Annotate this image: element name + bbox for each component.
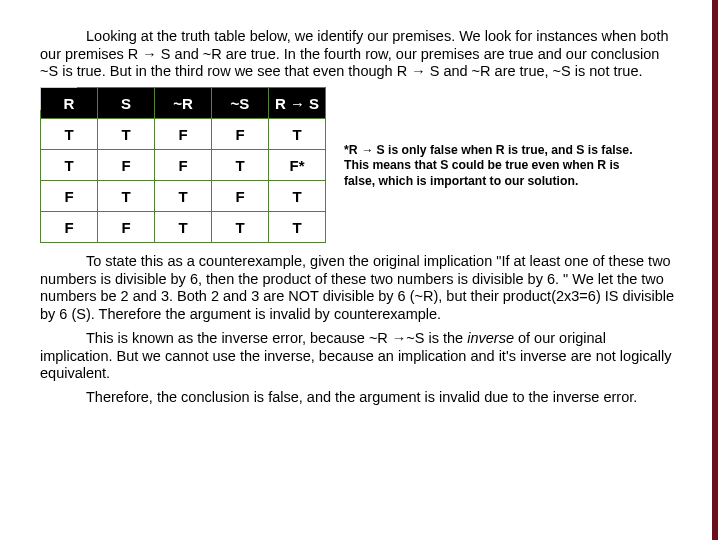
cell: T — [269, 212, 326, 243]
cell: F — [155, 119, 212, 150]
th-S: S — [98, 88, 155, 119]
text: Therefore, the conclusion is false, and … — [86, 389, 637, 405]
side-note: *R → S is only false when R is true, and… — [344, 143, 644, 189]
cell: F — [212, 119, 269, 150]
cell: T — [212, 150, 269, 181]
table-row: T T F F T — [41, 119, 326, 150]
text-italic: inverse — [467, 330, 514, 346]
cell: T — [155, 181, 212, 212]
table-and-note: R S ~R ~S R → S T T F F T T F F T F* F — [40, 87, 680, 243]
th-RimpS: R → S — [269, 88, 326, 119]
cell: T — [212, 212, 269, 243]
text: Looking at the truth table below, we ide… — [40, 28, 668, 79]
cell: F — [155, 150, 212, 181]
paragraph-intro: Looking at the truth table below, we ide… — [40, 28, 680, 81]
document-sheet: Looking at the truth table below, we ide… — [8, 0, 712, 540]
cell: T — [269, 181, 326, 212]
cell: F — [41, 181, 98, 212]
paragraph-counterexample: To state this as a counterexample, given… — [40, 253, 680, 324]
cell: T — [98, 181, 155, 212]
cell: F — [212, 181, 269, 212]
text: To state this as a counterexample, given… — [40, 253, 674, 322]
cell: T — [41, 119, 98, 150]
cell: T — [98, 119, 155, 150]
paragraph-conclusion: Therefore, the conclusion is false, and … — [40, 389, 680, 407]
cell: F — [98, 150, 155, 181]
text: This is known as the inverse error, beca… — [86, 330, 467, 346]
cell: F — [98, 212, 155, 243]
th-notR: ~R — [155, 88, 212, 119]
truth-table: R S ~R ~S R → S T T F F T T F F T F* F — [40, 87, 326, 243]
paragraph-inverse: This is known as the inverse error, beca… — [40, 330, 680, 383]
cell: T — [269, 119, 326, 150]
cell: T — [155, 212, 212, 243]
cell: T — [41, 150, 98, 181]
th-notS: ~S — [212, 88, 269, 119]
table-row: T F F T F* — [41, 150, 326, 181]
table-row: F T T F T — [41, 181, 326, 212]
th-R: R — [41, 88, 98, 119]
table-row: F F T T T — [41, 212, 326, 243]
cell: F — [41, 212, 98, 243]
cell: F* — [269, 150, 326, 181]
